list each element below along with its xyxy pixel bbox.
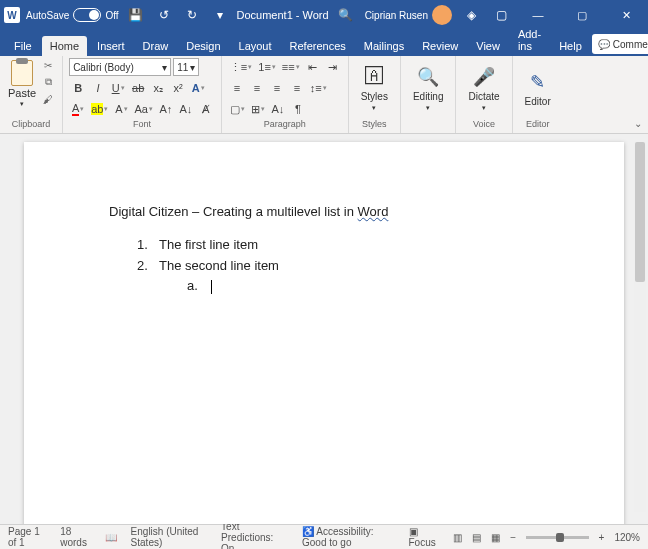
multilevel-button[interactable]: ≡≡ [280,58,302,76]
spell-check-icon[interactable]: 📖 [105,532,117,543]
shrink-font-button[interactable]: A↓ [177,100,195,118]
scrollbar-thumb[interactable] [635,142,645,282]
show-marks-button[interactable]: ¶ [289,100,307,118]
zoom-out-button[interactable]: − [510,532,516,543]
document-title: Document1 - Word [231,9,335,21]
status-bar: Page 1 of 1 18 words 📖 English (United S… [0,524,648,549]
save-button[interactable]: 💾 [125,4,147,26]
user-name: Ciprian Rusen [365,10,428,21]
comments-button[interactable]: 💬 Comments [592,34,648,54]
zoom-level[interactable]: 120% [614,532,640,543]
close-button[interactable]: ✕ [608,0,644,30]
tab-addins[interactable]: Add-ins [510,24,549,56]
dictate-button[interactable]: 🎤 Dictate▾ [462,58,505,118]
group-editor: ✎ Editor Editor [513,56,563,133]
document-heading: Digital Citizen – Creating a multilevel … [109,202,539,223]
strikethrough-button[interactable]: ab [129,79,147,97]
editing-button[interactable]: 🔍 Editing▾ [407,58,450,118]
bullets-button[interactable]: ⋮≡ [228,58,254,76]
highlight-button[interactable]: ab [89,100,110,118]
font-size-select[interactable]: 11▾ [173,58,199,76]
word-count[interactable]: 18 words [60,526,90,548]
text-effects-button[interactable]: A [189,79,207,97]
align-left-button[interactable]: ≡ [228,79,246,97]
underline-button[interactable]: U [109,79,127,97]
copy-button[interactable]: ⧉ [40,75,56,89]
web-layout-button[interactable]: ▦ [491,532,500,543]
zoom-slider[interactable] [526,536,588,539]
page[interactable]: Digital Citizen – Creating a multilevel … [24,142,624,524]
focus-mode-button[interactable]: ▣ Focus [409,526,444,548]
search-icon: 🔍 [416,65,440,89]
font-color-button[interactable]: A [69,100,87,118]
maximize-button[interactable]: ▢ [564,0,600,30]
tab-file[interactable]: File [6,36,40,56]
clipboard-label: Clipboard [6,119,56,131]
autosave-state: Off [105,10,118,21]
search-button[interactable]: 🔍 [335,4,357,26]
undo-button[interactable]: ↺ [153,4,175,26]
tab-view[interactable]: View [468,36,508,56]
list-item: 1.The first line item [137,235,539,256]
tab-layout[interactable]: Layout [231,36,280,56]
styles-button[interactable]: 🄰 Styles▾ [355,58,394,118]
word-app-icon: W [4,7,20,23]
decrease-indent-button[interactable]: ⇤ [304,58,322,76]
italic-button[interactable]: I [89,79,107,97]
sort-button[interactable]: A↓ [269,100,287,118]
tab-draw[interactable]: Draw [135,36,177,56]
tab-insert[interactable]: Insert [89,36,133,56]
microphone-icon: 🎤 [472,65,496,89]
autosave-label: AutoSave [26,10,69,21]
group-voice: 🎤 Dictate▾ Voice [456,56,512,133]
bold-button[interactable]: B [69,79,87,97]
page-count[interactable]: Page 1 of 1 [8,526,46,548]
editor-button[interactable]: ✎ Editor [519,58,557,118]
document-canvas: Digital Citizen – Creating a multilevel … [0,134,648,524]
collapse-ribbon-button[interactable]: ⌄ [634,118,642,129]
align-right-button[interactable]: ≡ [268,79,286,97]
cut-button[interactable]: ✂ [40,58,56,72]
clear-formatting-button[interactable]: A̸ [197,100,215,118]
change-case-button[interactable]: Aa [132,100,154,118]
borders-button[interactable]: ⊞ [249,100,267,118]
text-predictions-status[interactable]: Text Predictions: On [221,521,288,550]
increase-indent-button[interactable]: ⇥ [324,58,342,76]
ribbon-options-button[interactable]: ▢ [490,4,512,26]
tab-mailings[interactable]: Mailings [356,36,412,56]
tab-home[interactable]: Home [42,36,87,56]
language-status[interactable]: English (United States) [131,526,207,548]
vertical-scrollbar[interactable] [634,142,646,512]
paste-button[interactable]: Paste ▾ [6,58,38,110]
group-styles: 🄰 Styles▾ Styles [349,56,401,133]
tab-help[interactable]: Help [551,36,590,56]
ribbon: Paste ▾ ✂ ⧉ 🖌 Clipboard Calibri (Body)▾ … [0,56,648,134]
user-account[interactable]: Ciprian Rusen [365,5,452,25]
accessibility-status[interactable]: ♿ Accessibility: Good to go [302,526,395,548]
numbering-button[interactable]: 1≡ [256,58,278,76]
format-painter-button[interactable]: 🖌 [40,92,56,106]
tab-review[interactable]: Review [414,36,466,56]
autosave-toggle[interactable]: AutoSave Off [26,8,119,22]
zoom-in-button[interactable]: + [599,532,605,543]
justify-button[interactable]: ≡ [288,79,306,97]
grow-font-button[interactable]: A↑ [157,100,175,118]
align-center-button[interactable]: ≡ [248,79,266,97]
shading-para-button[interactable]: ▢ [228,100,247,118]
voice-label: Voice [462,119,505,131]
print-layout-button[interactable]: ▤ [472,532,481,543]
subscript-button[interactable]: x₂ [149,79,167,97]
redo-button[interactable]: ↻ [181,4,203,26]
font-label: Font [69,119,215,131]
diamond-icon[interactable]: ◈ [460,4,482,26]
line-spacing-button[interactable]: ↕≡ [308,79,329,97]
superscript-button[interactable]: x² [169,79,187,97]
tab-references[interactable]: References [282,36,354,56]
shading-button[interactable]: A [112,100,130,118]
tab-design[interactable]: Design [178,36,228,56]
qat-customize-button[interactable]: ▾ [209,4,231,26]
read-mode-button[interactable]: ▥ [453,532,462,543]
list-item: 2.The second line item a. [137,256,539,298]
font-name-select[interactable]: Calibri (Body)▾ [69,58,171,76]
group-font: Calibri (Body)▾ 11▾ B I U ab x₂ x² A A a… [63,56,222,133]
